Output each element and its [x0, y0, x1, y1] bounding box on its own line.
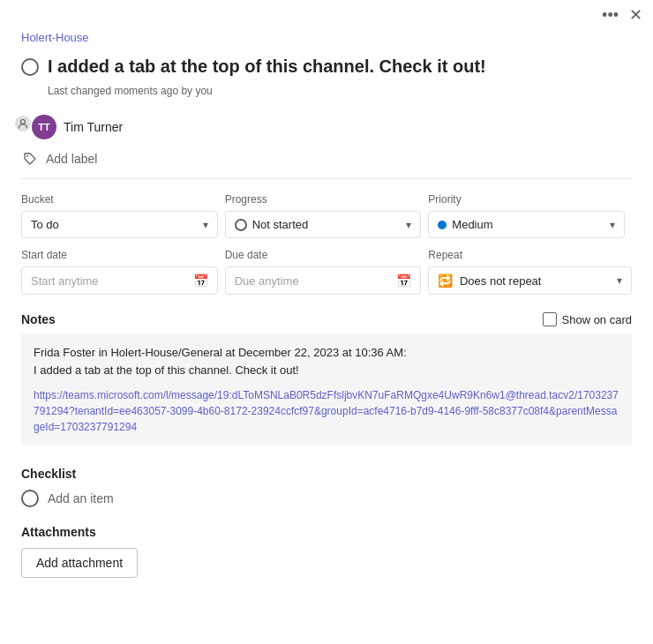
due-date-input[interactable]: Due anytime 📅 — [225, 266, 422, 295]
progress-select[interactable]: Not started ▾ — [225, 211, 422, 238]
label-icon — [21, 150, 39, 168]
priority-field: Priority Medium ▾ — [428, 193, 632, 249]
show-on-card-option[interactable]: Show on card — [543, 312, 633, 326]
priority-value: Medium — [452, 218, 492, 231]
more-icon[interactable]: ••• — [602, 7, 619, 23]
task-complete-button[interactable] — [21, 58, 39, 76]
due-date-placeholder: Due anytime — [235, 274, 299, 288]
start-date-input[interactable]: Start anytime 📅 — [21, 266, 218, 295]
priority-dot-icon — [438, 221, 447, 229]
add-label-text: Add label — [46, 152, 97, 166]
breadcrumb-link[interactable]: Holert-House — [21, 31, 89, 44]
notes-line1: Frida Foster in Holert-House/General at … — [34, 344, 619, 362]
avatar: TT — [32, 115, 56, 139]
add-checklist-item-button[interactable]: Add an item — [21, 490, 632, 507]
top-bar: ••• ✕ — [0, 0, 653, 30]
repeat-icon: 🔁 — [438, 273, 453, 288]
add-item-circle-icon — [21, 490, 39, 507]
add-item-label: Add an item — [48, 491, 114, 505]
notes-content: Frida Foster in Holert-House/General at … — [21, 333, 632, 446]
task-subtitle: Last changed moments ago by you — [0, 81, 653, 111]
notes-section: Notes Show on card Frida Foster in Holer… — [0, 305, 653, 453]
progress-circle-icon — [235, 219, 247, 231]
repeat-value: Does not repeat — [460, 274, 542, 288]
add-attachment-button[interactable]: Add attachment — [21, 548, 138, 578]
add-label-button[interactable]: Add label — [0, 143, 653, 175]
checklist-section: Checklist Add an item — [0, 453, 653, 514]
attachments-section: Attachments Add attachment — [0, 514, 653, 588]
progress-value: Not started — [252, 218, 309, 231]
show-on-card-label: Show on card — [562, 313, 633, 326]
close-icon[interactable]: ✕ — [629, 7, 642, 23]
start-date-field: Start date Start anytime 📅 — [21, 249, 225, 305]
attachments-title: Attachments — [21, 525, 632, 539]
progress-chevron-icon: ▾ — [406, 219, 411, 231]
progress-label: Progress — [225, 193, 422, 206]
repeat-field: Repeat 🔁 Does not repeat ▾ — [428, 249, 632, 305]
assignee-icon — [14, 115, 32, 132]
repeat-chevron-icon: ▾ — [617, 274, 622, 287]
show-on-card-checkbox[interactable] — [543, 312, 557, 326]
priority-label: Priority — [428, 193, 625, 206]
svg-point-0 — [21, 120, 26, 124]
due-date-field: Due date Due anytime 📅 — [225, 249, 429, 305]
task-header: I added a tab at the top of this channel… — [0, 51, 653, 81]
priority-select[interactable]: Medium ▾ — [428, 211, 625, 238]
priority-chevron-icon: ▾ — [610, 219, 615, 231]
start-date-calendar-icon: 📅 — [193, 273, 208, 288]
bucket-label: Bucket — [21, 193, 218, 206]
bucket-field: Bucket To do ▾ — [21, 193, 225, 249]
notes-header: Notes Show on card — [21, 312, 632, 326]
bucket-chevron-icon: ▾ — [203, 219, 208, 231]
add-attachment-label: Add attachment — [36, 556, 123, 570]
notes-line2: I added a tab at the top of this channel… — [34, 362, 619, 379]
svg-point-1 — [26, 155, 28, 157]
repeat-select[interactable]: 🔁 Does not repeat ▾ — [428, 266, 632, 295]
breadcrumb: Holert-House — [0, 30, 653, 51]
fields-grid: Bucket To do ▾ Progress Not started ▾ Pr… — [0, 183, 653, 305]
due-date-calendar-icon: 📅 — [396, 273, 411, 288]
divider-1 — [21, 178, 632, 179]
notes-title: Notes — [21, 312, 56, 326]
start-date-placeholder: Start anytime — [31, 274, 99, 288]
checklist-title: Checklist — [21, 467, 632, 481]
start-date-label: Start date — [21, 249, 218, 261]
avatar-wrapper: TT — [21, 115, 56, 139]
bucket-select[interactable]: To do ▾ — [21, 211, 218, 238]
notes-url: https://teams.microsoft.com/l/message/19… — [34, 387, 619, 435]
repeat-label: Repeat — [428, 249, 632, 261]
progress-field: Progress Not started ▾ — [225, 193, 429, 249]
due-date-label: Due date — [225, 249, 422, 261]
assignee-name: Tim Turner — [64, 120, 123, 134]
assignee-section: TT Tim Turner — [0, 111, 653, 143]
task-title: I added a tab at the top of this channel… — [48, 55, 486, 78]
bucket-value: To do — [31, 218, 59, 231]
